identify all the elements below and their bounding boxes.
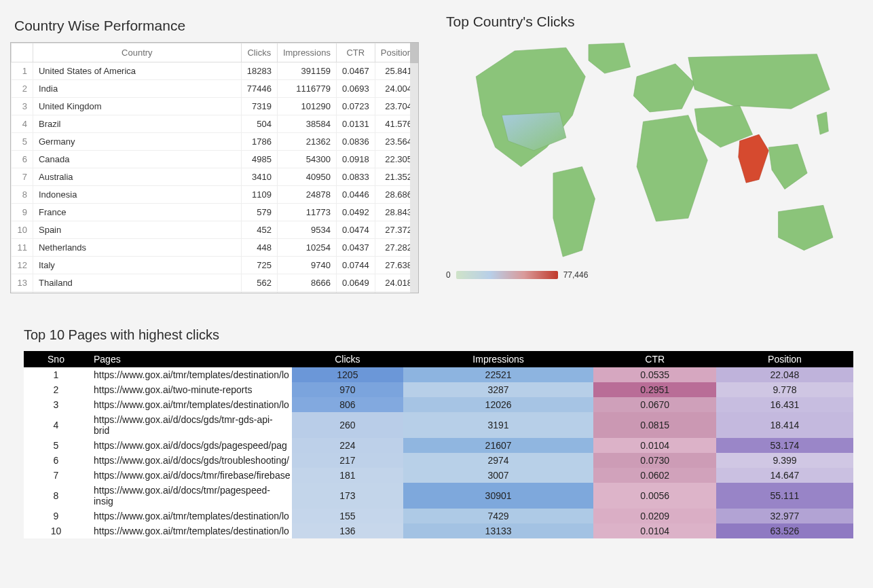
row-idx: 9 xyxy=(12,204,33,221)
row-impressions: 13133 xyxy=(403,523,594,538)
row-ctr: 0.0437 xyxy=(336,239,375,257)
table-row[interactable]: 13Thailand56286660.064924.018 xyxy=(12,274,418,292)
country-table-scrollbar[interactable] xyxy=(410,43,418,293)
row-clicks: 4985 xyxy=(241,151,277,168)
row-impressions: 24878 xyxy=(277,186,336,204)
row-idx: 11 xyxy=(12,239,33,257)
table-row[interactable]: 14Philippines131612935090.044823.540 xyxy=(12,292,418,294)
row-idx: 10 xyxy=(12,221,33,239)
row-clicks: 806 xyxy=(292,397,403,412)
row-impressions: 3007 xyxy=(403,468,594,483)
scrollbar-thumb[interactable] xyxy=(410,43,418,63)
table-row[interactable]: 8Indonesia1109248780.044628.686 xyxy=(12,186,418,204)
row-ctr: 0.0131 xyxy=(336,115,375,133)
hdr-pages[interactable]: Pages xyxy=(88,351,292,367)
table-row[interactable]: 5Germany1786213620.083623.564 xyxy=(12,133,418,151)
table-row[interactable]: 3https://www.gox.ai/tmr/templates/destin… xyxy=(24,397,853,412)
table-row[interactable]: 7https://www.gox.ai/d/docs/tmr/firebase/… xyxy=(24,468,853,483)
row-idx: 3 xyxy=(12,98,33,115)
table-row[interactable]: 3United Kingdom73191012900.072323.704 xyxy=(12,98,418,115)
page-link[interactable]: https://www.gox.ai/two-minute-reports xyxy=(94,384,252,395)
table-row[interactable]: 10Spain45295340.047427.372 xyxy=(12,221,418,239)
row-idx: 12 xyxy=(12,257,33,274)
col-ctr[interactable]: CTR xyxy=(336,43,375,62)
hdr-sno[interactable]: Sno xyxy=(24,351,88,367)
page-link[interactable]: https://www.gox.ai/tmr/templates/destina… xyxy=(94,511,289,521)
page-link[interactable]: https://www.gox.ai/d/docs/tmr/firebase/f… xyxy=(94,470,290,481)
row-position: 53.174 xyxy=(716,438,853,453)
row-clicks: 173 xyxy=(292,483,403,509)
row-impressions: 12026 xyxy=(403,397,594,412)
table-row[interactable]: 6https://www.gox.ai/d/docs/gds/troublesh… xyxy=(24,453,853,468)
row-position: 9.778 xyxy=(716,382,853,397)
row-sno: 9 xyxy=(24,509,88,523)
row-page: https://www.gox.ai/d/docs/gds/troublesho… xyxy=(88,453,292,468)
row-ctr: 0.0918 xyxy=(336,151,375,168)
row-clicks: 18283 xyxy=(241,62,277,80)
row-country: Indonesia xyxy=(33,186,241,204)
table-row[interactable]: 5https://www.gox.ai/d/docs/gds/pagespeed… xyxy=(24,438,853,453)
row-page: https://www.gox.ai/d/docs/gds/tmr-gds-ap… xyxy=(88,412,292,438)
row-country: Germany xyxy=(33,133,241,151)
table-row[interactable]: 2https://www.gox.ai/two-minute-reports97… xyxy=(24,382,853,397)
hdr-position[interactable]: Position xyxy=(716,351,853,367)
row-clicks: 1109 xyxy=(241,186,277,204)
row-impressions: 101290 xyxy=(277,98,336,115)
col-impressions[interactable]: Impressions xyxy=(277,43,336,62)
table-row[interactable]: 4https://www.gox.ai/d/docs/gds/tmr-gds-a… xyxy=(24,412,853,438)
row-position: 22.048 xyxy=(716,367,853,382)
row-clicks: 217 xyxy=(292,453,403,468)
table-row[interactable]: 9https://www.gox.ai/tmr/templates/destin… xyxy=(24,509,853,523)
page-link[interactable]: https://www.gox.ai/d/docs/gds/tmr-gds-ap… xyxy=(94,414,273,436)
hdr-clicks[interactable]: Clicks xyxy=(292,351,403,367)
table-row[interactable]: 9France579117730.049228.843 xyxy=(12,204,418,221)
row-impressions: 1116779 xyxy=(277,80,336,98)
table-row[interactable]: 8https://www.gox.ai/d/docs/tmr/pagespeed… xyxy=(24,483,853,509)
row-position: 16.431 xyxy=(716,397,853,412)
hdr-ctr[interactable]: CTR xyxy=(593,351,716,367)
map-legend: 0 77,446 xyxy=(446,270,588,280)
row-page: https://www.gox.ai/two-minute-reports xyxy=(88,382,292,397)
row-impressions: 3191 xyxy=(403,412,594,438)
legend-max: 77,446 xyxy=(563,270,589,280)
table-row[interactable]: 7Australia3410409500.083321.352 xyxy=(12,168,418,186)
page-link[interactable]: https://www.gox.ai/d/docs/gds/pagespeed/… xyxy=(94,440,287,451)
row-clicks: 260 xyxy=(292,412,403,438)
row-country: Spain xyxy=(33,221,241,239)
row-ctr: 0.0649 xyxy=(336,274,375,292)
row-impressions: 22521 xyxy=(403,367,594,382)
row-impressions: 21362 xyxy=(277,133,336,151)
row-ctr: 0.0535 xyxy=(593,367,716,382)
legend-gradient xyxy=(456,271,558,279)
row-ctr: 0.2951 xyxy=(593,382,716,397)
row-country: Philippines xyxy=(33,292,241,294)
table-row[interactable]: 12Italy72597400.074427.638 xyxy=(12,257,418,274)
table-row[interactable]: 4Brazil504385840.013141.576 xyxy=(12,115,418,133)
world-map[interactable]: 0 77,446 xyxy=(446,38,853,282)
row-country: Australia xyxy=(33,168,241,186)
page-link[interactable]: https://www.gox.ai/d/docs/gds/troublesho… xyxy=(94,455,289,466)
table-row[interactable]: 1https://www.gox.ai/tmr/templates/destin… xyxy=(24,367,853,382)
table-row[interactable]: 1United States of America182833911590.04… xyxy=(12,62,418,80)
col-clicks[interactable]: Clicks xyxy=(241,43,277,62)
table-row[interactable]: 10https://www.gox.ai/tmr/templates/desti… xyxy=(24,523,853,538)
row-idx: 8 xyxy=(12,186,33,204)
table-row[interactable]: 2India7744611167790.069324.004 xyxy=(12,80,418,98)
table-row[interactable]: 11Netherlands448102540.043727.282 xyxy=(12,239,418,257)
country-table: Country Clicks Impressions CTR Position … xyxy=(11,43,418,293)
row-clicks: 3410 xyxy=(241,168,277,186)
page-link[interactable]: https://www.gox.ai/tmr/templates/destina… xyxy=(94,369,289,380)
page-link[interactable]: https://www.gox.ai/tmr/templates/destina… xyxy=(94,526,289,536)
row-ctr: 0.0670 xyxy=(593,397,716,412)
table-row[interactable]: 6Canada4985543000.091822.305 xyxy=(12,151,418,168)
row-country: Thailand xyxy=(33,274,241,292)
col-country[interactable]: Country xyxy=(33,43,241,62)
row-idx: 4 xyxy=(12,115,33,133)
world-map-svg xyxy=(446,38,853,282)
page-link[interactable]: https://www.gox.ai/d/docs/tmr/pagespeed-… xyxy=(94,485,270,507)
row-ctr: 0.0730 xyxy=(593,453,716,468)
page-link[interactable]: https://www.gox.ai/tmr/templates/destina… xyxy=(94,399,289,410)
hdr-impressions[interactable]: Impressions xyxy=(403,351,594,367)
row-ctr: 0.0474 xyxy=(336,221,375,239)
row-clicks: 562 xyxy=(241,274,277,292)
